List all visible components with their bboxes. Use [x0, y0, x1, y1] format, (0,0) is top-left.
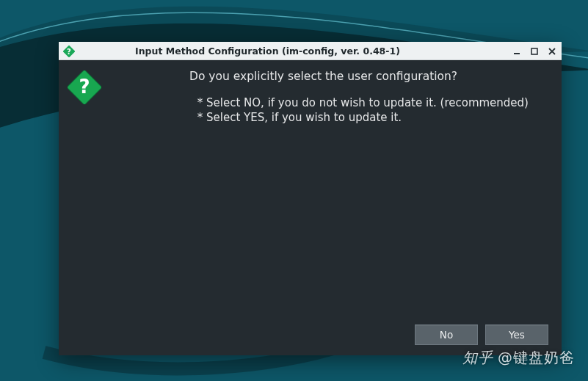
svg-rect-2	[514, 53, 520, 54]
no-button[interactable]: No	[415, 324, 478, 345]
titlebar[interactable]: ? Input Method Configuration (im-config,…	[59, 42, 562, 60]
maximize-button[interactable]	[529, 46, 540, 57]
help-icon: ?	[63, 46, 75, 57]
dialog-window: ? Input Method Configuration (im-config,…	[59, 42, 562, 355]
dialog-question: Do you explicitly select the user config…	[116, 69, 548, 84]
dialog-bullet: * Select YES, if you wish to update it.	[194, 110, 548, 125]
dialog-message: * Select NO, if you do not wish to updat…	[116, 95, 548, 126]
svg-rect-3	[531, 48, 537, 54]
minimize-button[interactable]	[512, 46, 522, 57]
svg-text:?: ?	[67, 47, 71, 55]
close-button[interactable]	[547, 46, 557, 57]
svg-text:?: ?	[79, 76, 90, 98]
question-icon: ?	[68, 70, 101, 104]
dialog-bullet: * Select NO, if you do not wish to updat…	[194, 95, 548, 110]
window-title: Input Method Configuration (im-config, v…	[135, 46, 400, 57]
desktop-background: ? Input Method Configuration (im-config,…	[0, 0, 588, 381]
dialog-body: ? Do you explicitly select the user conf…	[59, 60, 562, 355]
yes-button[interactable]: Yes	[485, 324, 548, 345]
